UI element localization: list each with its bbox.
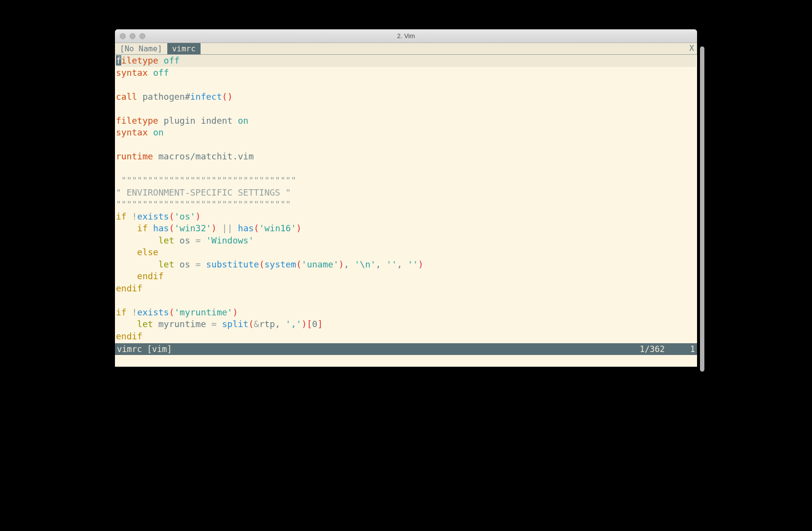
titlebar[interactable]: 2. Vim [115,29,697,43]
code-token: runtime [116,151,153,161]
code-comment: " ENVIRONMENT-SPECIFIC SETTINGS " [116,187,291,198]
code-token: on [238,115,248,126]
code-token: pathogen# [142,91,190,102]
editor-area[interactable]: filetype offsyntax off call pathogen#inf… [115,55,697,343]
vim-tabline: [No Name] vimrc X [115,43,697,55]
code-token: ( [259,259,265,269]
code-token: [ [307,319,312,329]
code-token: ( [169,307,174,317]
code-token: os [174,235,195,245]
code-token: 'uname' [301,259,338,269]
cursor-line: filetype off [116,55,696,67]
code-token: exists [137,307,169,317]
status-line: vimrc [vim] 1/362 1 [115,343,697,355]
status-column: 1 [671,343,695,355]
code-token: , [344,259,349,269]
code-token: 'Windows' [201,235,253,245]
code-token: ) [338,259,344,269]
code-token: '' [402,259,418,269]
code-token: filetype [116,115,158,126]
code-token: = [211,319,217,329]
code-token: endif [116,331,142,341]
code-token: ! [132,307,137,317]
code-token: on [153,127,164,137]
code-token: syntax [116,67,148,78]
command-line[interactable] [115,355,697,367]
code-token: endif [116,283,142,293]
cursor: f [116,55,121,66]
code-token: 'win32' [174,223,211,233]
code-token: ) [232,307,238,317]
code-token: ( [296,259,302,269]
code-token: if [116,307,127,317]
code-token: substitute [206,259,259,269]
code-token: infect [190,91,222,102]
code-token: let [158,235,175,245]
code-token: , [275,319,280,329]
code-token: off [153,67,169,78]
code-token: || [217,223,238,233]
code-token: ( [254,223,259,233]
code-token: has [238,223,254,233]
code-token: let [158,259,175,269]
code-token: ',' [280,319,301,329]
code-token: system [264,259,296,269]
code-token: ) [211,223,217,233]
code-token: os [174,259,195,269]
tab-vimrc[interactable]: vimrc [167,43,201,54]
code-token: '\n' [349,259,376,269]
code-token: has [153,223,169,233]
code-token: rtp [259,319,275,329]
window-title: 2. Vim [115,32,697,40]
tab-no-name[interactable]: [No Name] [115,43,167,54]
code-token: ! [132,211,137,221]
code-token: = [196,235,201,245]
code-token: myruntime [153,319,211,329]
code-token: , [397,259,402,269]
code-token: ) [301,319,307,329]
code-token: ( [169,211,174,221]
code-token: 0 [312,319,317,329]
code-token: ( [248,319,254,329]
code-token: else [137,247,158,257]
code-token: ) [227,91,233,102]
code-comment: """"""""""""""""""""""""""""""""" [116,199,291,209]
terminal-window: 2. Vim [No Name] vimrc X filetype offsyn… [115,29,697,367]
code-token: ] [317,319,323,329]
code-token: let [137,319,153,329]
code-token: syntax [116,127,148,137]
code-token: & [254,319,259,329]
code-token: = [196,259,201,269]
code-token: 'os' [174,211,195,221]
code-token: macros/matchit.vim [158,151,254,161]
code-token: ) [196,211,201,221]
code-token: if [116,211,127,221]
status-file: vimrc [vim] [117,343,172,355]
code-token: ( [169,223,174,233]
status-position: 1/362 [617,343,671,355]
code-token: if [137,223,148,233]
tab-label: vimrc [172,44,196,53]
code-token: ( [222,91,227,102]
code-token: 'win16' [259,223,296,233]
code-token: ) [418,259,424,269]
code-token: plugin indent [164,115,233,126]
code-token: , [376,259,381,269]
code-token: split [217,319,248,329]
code-token: call [116,91,137,102]
scrollbar[interactable] [700,46,704,372]
code-token: '' [381,259,397,269]
tab-close-button[interactable]: X [686,43,697,54]
code-token: 'myruntime' [174,307,232,317]
code-comment: """"""""""""""""""""""""""""""""" [116,175,296,185]
code-token: endif [137,271,163,281]
code-token: exists [137,211,169,221]
scrollbar-thumb[interactable] [700,46,704,372]
code-token: ) [296,223,302,233]
code-token: off [164,55,180,66]
